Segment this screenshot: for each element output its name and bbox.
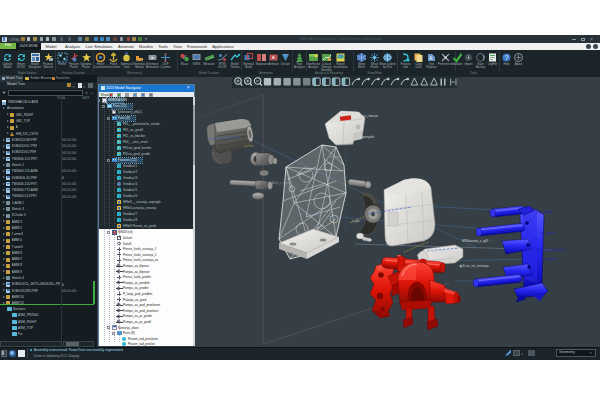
svg-text:zunanji: zunanji [404, 210, 414, 214]
svg-text:ras_spodaj: ras_spodaj [541, 257, 557, 261]
svg-text:D-os_rot_notranja: D-os_rot_notranja [463, 264, 489, 268]
svg-text:?: ? [505, 54, 509, 61]
svg-text:e_igla: e_igla [352, 219, 360, 223]
svg-text:vn_gumb: vn_gumb [330, 155, 342, 159]
svg-text:ras_zgoraj: ras_zgoraj [540, 231, 555, 235]
svg-text:zgornja_prodilni: zgornja_prodilni [516, 279, 539, 283]
svg-text:gumba: gumba [244, 144, 254, 148]
svg-text:anja_gumb: anja_gumb [536, 210, 552, 214]
svg-text:M-kv_s_n-nja: M-kv_s_n-nja [272, 181, 289, 185]
svg-text:knja_rotacija: knja_rotacija [360, 114, 378, 118]
svg-text:MS_zaperjalni_blok: MS_zaperjalni_blok [537, 248, 565, 252]
svg-text:CHRD_pojalni: CHRD_pojalni [430, 250, 448, 254]
svg-text:d_igla: d_igla [363, 238, 372, 242]
svg-text:MS4wantat_z_igl3: MS4wantat_z_igl3 [462, 239, 488, 243]
svg-text:gapponjalni: gapponjalni [358, 135, 375, 139]
